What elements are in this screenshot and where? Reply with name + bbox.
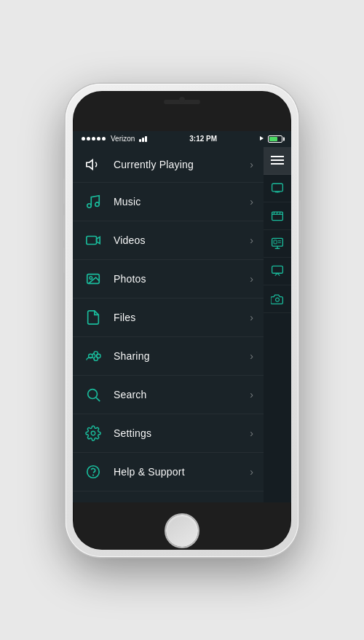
menu-item-search[interactable]: Search › — [73, 376, 264, 414]
svg-rect-33 — [274, 240, 277, 244]
svg-point-1 — [87, 203, 92, 208]
invite-icon — [83, 500, 103, 502]
menu-item-sharing[interactable]: Sharing › — [73, 337, 264, 376]
speaker-icon — [83, 154, 103, 175]
video-icon — [83, 230, 103, 250]
settings-chevron: › — [250, 427, 253, 439]
signal-dot-4 — [97, 137, 100, 141]
battery-indicator — [268, 135, 282, 143]
menu-item-videos[interactable]: Videos › — [73, 221, 264, 260]
status-left: Verizon — [82, 135, 147, 143]
svg-point-37 — [276, 298, 280, 301]
settings-label: Settings — [114, 427, 250, 439]
svg-line-28 — [277, 212, 277, 214]
signal-dots — [82, 137, 106, 141]
music-icon — [83, 191, 103, 212]
menu-item-files[interactable]: Files › — [73, 299, 264, 337]
currently-playing-chevron: › — [250, 159, 253, 170]
menu-item-photos[interactable]: Photos › — [73, 260, 264, 299]
svg-rect-3 — [87, 236, 97, 244]
settings-icon — [83, 423, 103, 443]
files-chevron: › — [250, 312, 253, 323]
signal-dot-5 — [102, 137, 106, 141]
front-camera — [179, 97, 185, 103]
videos-label: Videos — [114, 234, 250, 246]
menu-item-invite[interactable]: Invite Friends › — [73, 491, 264, 502]
help-icon — [83, 462, 103, 482]
svg-rect-36 — [272, 266, 283, 273]
svg-line-12 — [96, 398, 100, 401]
search-icon — [83, 384, 103, 405]
status-right — [259, 134, 282, 144]
currently-playing-item[interactable]: Currently Playing › — [73, 147, 264, 183]
svg-line-27 — [274, 212, 274, 214]
photos-chevron: › — [250, 273, 253, 285]
sharing-chevron: › — [250, 350, 253, 362]
status-time: 3:12 PM — [189, 135, 217, 143]
svg-point-2 — [95, 202, 100, 206]
photos-label: Photos — [114, 273, 250, 285]
sharing-label: Sharing — [114, 350, 250, 362]
menu-item-help[interactable]: Help & Support › — [73, 453, 264, 491]
menu-item-music[interactable]: Music › — [73, 183, 264, 221]
search-label: Search — [114, 389, 250, 400]
sharing-icon — [83, 346, 103, 366]
bluetooth-icon — [259, 134, 265, 144]
currently-playing-label: Currently Playing — [114, 159, 250, 170]
videos-chevron: › — [250, 234, 253, 246]
menu-item-settings[interactable]: Settings › — [73, 414, 264, 453]
status-bar: Verizon 3:12 PM — [73, 131, 291, 147]
music-chevron: › — [250, 196, 253, 208]
svg-point-11 — [88, 389, 98, 398]
battery-fill — [269, 137, 277, 141]
svg-line-29 — [280, 212, 280, 214]
phone-outer-shell: Verizon 3:12 PM — [66, 84, 298, 557]
right-sidebar — [264, 147, 291, 502]
sidebar-monitor-icon[interactable] — [264, 258, 291, 285]
sidebar-menu-icon[interactable] — [264, 147, 291, 175]
search-chevron: › — [250, 389, 253, 400]
menu-panel: Currently Playing › Music — [73, 147, 264, 502]
svg-point-6 — [90, 276, 92, 279]
wifi-icon — [139, 136, 147, 142]
photos-icon — [83, 269, 103, 289]
svg-point-13 — [91, 431, 95, 435]
sidebar-tv-icon[interactable] — [264, 175, 291, 202]
music-label: Music — [114, 196, 250, 208]
svg-point-14 — [87, 465, 100, 478]
sidebar-film-icon[interactable] — [264, 202, 291, 230]
sidebar-camera-icon[interactable] — [264, 285, 291, 313]
svg-rect-22 — [272, 183, 283, 191]
help-label: Help & Support — [114, 466, 250, 478]
sidebar-slides-icon[interactable] — [264, 230, 291, 258]
signal-dot-2 — [87, 137, 90, 141]
help-chevron: › — [250, 466, 253, 478]
files-icon — [83, 307, 103, 328]
signal-dot-3 — [92, 137, 95, 141]
files-label: Files — [114, 312, 250, 323]
home-button[interactable] — [166, 515, 198, 547]
main-content: Currently Playing › Music — [73, 147, 291, 502]
carrier-name: Verizon — [111, 135, 135, 143]
signal-dot-1 — [82, 137, 85, 141]
phone-screen-area: Verizon 3:12 PM — [73, 91, 291, 550]
phone-frame: Verizon 3:12 PM — [66, 84, 298, 557]
svg-marker-0 — [87, 159, 92, 169]
